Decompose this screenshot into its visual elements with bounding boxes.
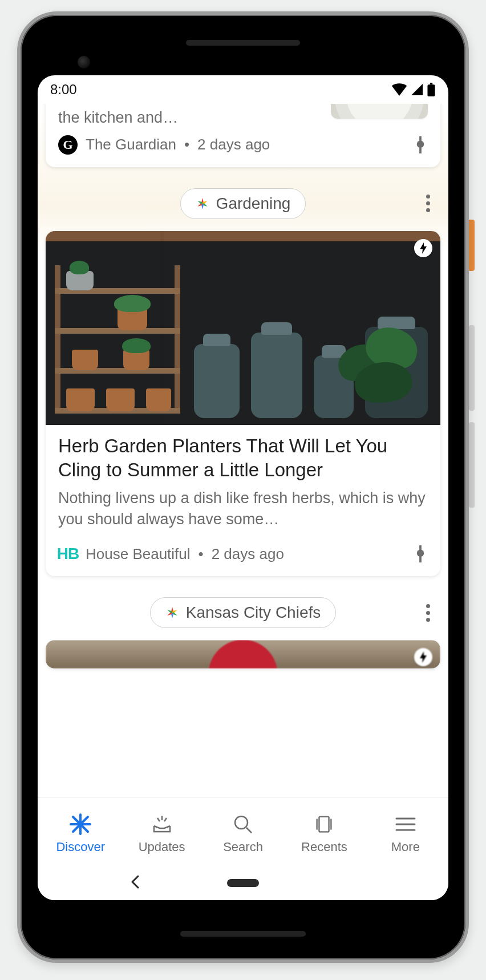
svg-line-14 bbox=[246, 828, 252, 833]
nav-label: Updates bbox=[139, 840, 185, 855]
feed-content[interactable]: The River Cafe chef on his mentors in th… bbox=[38, 104, 448, 797]
battery-icon bbox=[427, 83, 436, 96]
article-card[interactable]: The River Cafe chef on his mentors in th… bbox=[46, 104, 440, 167]
svg-point-3 bbox=[417, 140, 424, 148]
publisher-name: The Guardian bbox=[86, 136, 176, 153]
status-time: 8:00 bbox=[50, 82, 77, 98]
system-home-pill[interactable] bbox=[227, 879, 259, 887]
nav-label: More bbox=[391, 840, 420, 855]
article-hero-image bbox=[46, 640, 440, 669]
article-card[interactable] bbox=[46, 640, 440, 669]
nav-updates[interactable]: Updates bbox=[121, 813, 202, 855]
svg-point-5 bbox=[417, 550, 424, 557]
device-volume-down bbox=[469, 422, 475, 508]
svg-rect-15 bbox=[319, 816, 329, 832]
article-snippet: The River Cafe chef on his mentors in th… bbox=[58, 104, 321, 128]
article-age: 2 days ago bbox=[212, 545, 284, 563]
nav-label: Discover bbox=[56, 840, 105, 855]
svg-point-13 bbox=[235, 816, 248, 829]
topic-label: Kansas City Chiefs bbox=[186, 604, 321, 622]
article-thumbnail bbox=[331, 104, 428, 119]
publisher-logo-house-beautiful: HB bbox=[58, 544, 78, 564]
bottom-nav: Discover Updates bbox=[38, 797, 448, 866]
topic-label: Gardening bbox=[216, 195, 291, 213]
discover-icon bbox=[69, 813, 92, 835]
article-age: 2 days ago bbox=[197, 136, 270, 153]
phone-frame: 8:00 The River Cafe chef on his mentors … bbox=[17, 11, 469, 963]
topic-chip-chiefs[interactable]: Kansas City Chiefs bbox=[150, 597, 337, 628]
svg-line-12 bbox=[164, 818, 167, 821]
topic-chip-gardening[interactable]: Gardening bbox=[180, 188, 306, 219]
wifi-icon bbox=[391, 83, 407, 96]
screen: 8:00 The River Cafe chef on his mentors … bbox=[38, 75, 448, 900]
nav-label: Search bbox=[223, 840, 263, 855]
recents-icon bbox=[313, 813, 335, 835]
more-icon bbox=[394, 813, 417, 835]
topic-row-gardening: Gardening bbox=[38, 188, 448, 220]
status-icons bbox=[391, 83, 436, 96]
speaker-top bbox=[186, 40, 300, 46]
discover-sparkle-icon bbox=[165, 606, 179, 619]
svg-line-10 bbox=[157, 818, 160, 821]
front-camera bbox=[78, 56, 90, 68]
speaker-bottom bbox=[180, 931, 306, 937]
cell-signal-icon bbox=[411, 84, 423, 95]
topic-row-chiefs: Kansas City Chiefs bbox=[38, 597, 448, 629]
nav-recents[interactable]: Recents bbox=[284, 813, 364, 855]
nav-label: Recents bbox=[301, 840, 347, 855]
topic-overflow-menu[interactable] bbox=[420, 192, 436, 215]
amp-badge-icon bbox=[414, 648, 432, 666]
topic-overflow-menu[interactable] bbox=[420, 601, 436, 624]
article-hero-image bbox=[46, 231, 440, 425]
nav-more[interactable]: More bbox=[365, 813, 446, 855]
meta-separator: • bbox=[184, 136, 189, 153]
customize-icon[interactable] bbox=[413, 545, 428, 562]
updates-icon bbox=[151, 813, 173, 835]
amp-badge-icon bbox=[414, 239, 432, 257]
device-volume-up bbox=[469, 325, 475, 411]
publisher-logo-guardian: G bbox=[58, 135, 78, 155]
article-title: Herb Garden Planters That Will Let You C… bbox=[58, 434, 428, 482]
customize-icon[interactable] bbox=[413, 136, 428, 153]
article-card[interactable]: Herb Garden Planters That Will Let You C… bbox=[46, 231, 440, 576]
discover-sparkle-icon bbox=[196, 197, 209, 210]
svg-rect-0 bbox=[430, 83, 432, 84]
status-bar: 8:00 bbox=[38, 75, 448, 104]
nav-search[interactable]: Search bbox=[202, 813, 284, 855]
system-nav-bar bbox=[38, 866, 448, 900]
meta-separator: • bbox=[199, 545, 204, 563]
publisher-name: House Beautiful bbox=[86, 545, 191, 563]
search-icon bbox=[232, 813, 254, 835]
system-back-button[interactable] bbox=[129, 874, 141, 892]
svg-rect-1 bbox=[427, 84, 435, 96]
article-snippet: Nothing livens up a dish like fresh herb… bbox=[58, 488, 428, 529]
nav-discover[interactable]: Discover bbox=[40, 813, 121, 855]
